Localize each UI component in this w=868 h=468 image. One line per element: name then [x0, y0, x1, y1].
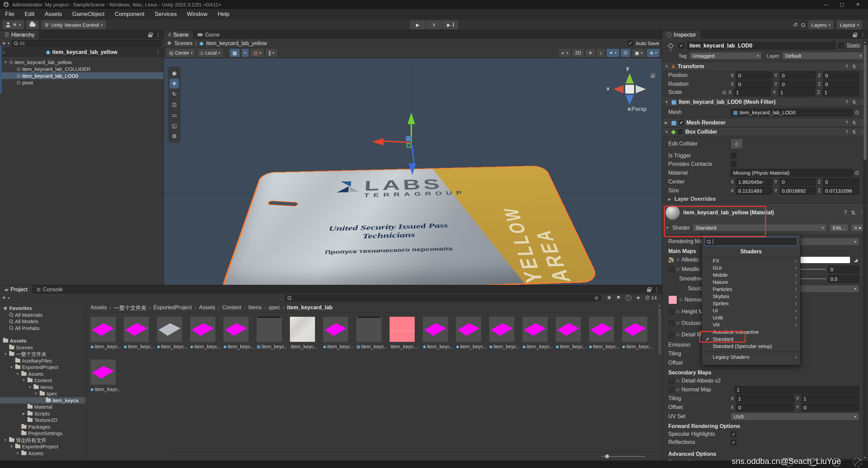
project-tree-row[interactable]: ProjectSettings: [0, 430, 85, 437]
layer-dropdown[interactable]: Default▾: [782, 52, 865, 60]
grid-snap-toggle[interactable]: ▦: [230, 49, 240, 57]
preset-icon[interactable]: ⇅: [851, 210, 855, 216]
menu-item[interactable]: Assets: [40, 9, 67, 19]
chevron-down-icon[interactable]: ▾: [8, 41, 9, 45]
detail-mask-thumbnail[interactable]: [668, 332, 674, 338]
is-trigger-checkbox[interactable]: [731, 153, 736, 158]
tool-button[interactable]: [170, 79, 179, 89]
gizmo-center-cube[interactable]: [625, 85, 634, 94]
tiling-x-field[interactable]: 1: [736, 395, 794, 403]
audio-toggle[interactable]: ♪: [597, 49, 605, 57]
center-y-field[interactable]: 0: [780, 178, 816, 186]
offset-x-field[interactable]: 0: [736, 404, 794, 411]
kebab-menu-icon[interactable]: ⋮: [654, 287, 659, 293]
breadcrumb-item[interactable]: › 一整个文件夹: [110, 304, 146, 312]
kebab-menu-icon[interactable]: ⋮: [860, 32, 865, 38]
favorites-icon[interactable]: [636, 295, 640, 301]
arrow-open-icon[interactable]: [3, 60, 7, 64]
project-tree-row[interactable]: Assets: [0, 337, 85, 344]
shader-menu-item[interactable]: ✔ Skybox ›: [702, 293, 800, 300]
shader-menu-item[interactable]: ✔ Autodesk Interactive ›: [702, 328, 800, 335]
maximize-button[interactable]: ▢: [840, 2, 844, 7]
tool-button[interactable]: [170, 100, 179, 110]
asset-item[interactable]: item_keyc...: [522, 317, 548, 349]
occlusion-thumbnail[interactable]: [668, 320, 674, 326]
enabled-checkbox[interactable]: [678, 129, 683, 134]
project-tree-row[interactable]: item_keyca: [0, 397, 85, 404]
search-by-label-icon[interactable]: ⚑: [616, 295, 620, 301]
center-z-field[interactable]: 0: [823, 178, 859, 186]
asset-item[interactable]: item_keyc...: [556, 317, 581, 349]
menu-item[interactable]: Component: [110, 9, 150, 19]
shader-menu-item[interactable]: ✔ Particles ›: [702, 286, 800, 293]
asset-item[interactable]: item_keyc...: [223, 317, 249, 349]
shader-menu-item[interactable]: ✔ Mobile ›: [702, 271, 800, 278]
shader-menu-item[interactable]: ✔ GUI ›: [702, 264, 800, 271]
free-move-handle[interactable]: [406, 136, 411, 141]
hierarchy-row[interactable]: pivot: [0, 79, 163, 86]
breadcrumb-item[interactable]: › Assets: [91, 305, 107, 311]
link-scale-icon[interactable]: ⊘: [722, 89, 726, 96]
size-x-field[interactable]: 0.1131483: [736, 187, 772, 195]
asset-item[interactable]: item_keyc...: [589, 317, 614, 349]
project-tree-row[interactable]: 一整个文件夹: [0, 351, 85, 357]
mesh-filter-header[interactable]: ▼ Item_keycard_lab_LOD0 (Mesh Filter) ?⇅…: [662, 97, 868, 106]
arrow-open-icon[interactable]: [16, 451, 20, 455]
x-axis-cone[interactable]: [613, 85, 624, 93]
rotation-z-field[interactable]: 0: [823, 80, 859, 88]
size-z-field[interactable]: 0.07131096: [823, 187, 859, 195]
rotation-x-field[interactable]: 0: [736, 80, 772, 88]
account-button[interactable]: ✳ ▾: [3, 20, 24, 29]
secondary-normal-thumbnail[interactable]: [668, 387, 674, 393]
tiling-y-field[interactable]: 1: [801, 395, 859, 403]
static-checkbox[interactable]: [838, 43, 844, 48]
breadcrumb-item[interactable]: › ExportedProject: [149, 305, 192, 311]
gizmo-visibility-dropdown[interactable]: ⊕▾: [647, 49, 659, 57]
lighting-toggle[interactable]: ☀: [586, 49, 595, 57]
tab-game[interactable]: Game: [193, 31, 224, 39]
mesh-object-field[interactable]: item_keycard_lab_LOD0: [731, 109, 853, 116]
expand-search-icon[interactable]: ⊞: [595, 295, 598, 300]
shader-menu-item[interactable]: ✔ FX ›: [702, 257, 800, 264]
position-x-field[interactable]: 0: [736, 72, 772, 79]
inspector-scrollbar[interactable]: ▲ ▼: [863, 40, 867, 460]
unlock-icon[interactable]: [651, 75, 655, 78]
shader-dropdown[interactable]: Standard▾: [693, 224, 827, 232]
asset-item[interactable]: item_keyc...: [323, 317, 348, 349]
asset-item[interactable]: item_keyc...: [124, 317, 149, 349]
shader-menu-item[interactable]: ✔ UI ›: [702, 307, 800, 314]
cloud-button[interactable]: [26, 20, 39, 29]
arrow-open-icon[interactable]: [9, 365, 14, 369]
center-x-field[interactable]: 1.862645e-: [736, 178, 772, 186]
edit-shader-button[interactable]: Edit...: [829, 224, 848, 232]
layer-overrides-row[interactable]: ▶Layer Overrides: [662, 195, 868, 203]
position-y-field[interactable]: 0: [780, 72, 816, 79]
grid-scrollbar[interactable]: [658, 314, 662, 355]
effects-toggle[interactable]: ✦▾: [607, 49, 619, 57]
asset-item[interactable]: item_keyc...: [423, 317, 448, 349]
tool-button[interactable]: [170, 89, 179, 99]
arrow-open-icon[interactable]: [0, 339, 1, 343]
height-map-thumbnail[interactable]: [668, 309, 674, 315]
scale-z-field[interactable]: 1: [822, 89, 859, 96]
mesh-renderer-header[interactable]: ▶ ✓ Mesh Renderer ?⇅⋮: [662, 118, 868, 127]
step-button[interactable]: ▶: [442, 20, 458, 29]
arrow-open-icon[interactable]: [28, 385, 32, 389]
breadcrumb-item[interactable]: › Content: [218, 305, 241, 311]
menu-item[interactable]: File: [0, 9, 19, 19]
tab-inspector[interactable]: i Inspector: [662, 31, 701, 39]
preset-list-button[interactable]: ≡▾: [851, 224, 865, 232]
shader-menu-item[interactable]: ✔ Sprites ›: [702, 300, 800, 307]
metallic-field[interactable]: 0: [828, 266, 859, 273]
space-mode-dropdown[interactable]: ◇Local▾: [197, 49, 223, 57]
tool-button[interactable]: [170, 68, 179, 78]
project-tree-row[interactable]: Packages: [0, 424, 85, 430]
arrow-open-icon[interactable]: [3, 438, 7, 442]
scale-y-field[interactable]: 1: [778, 89, 815, 96]
object-picker-icon[interactable]: ⊙: [855, 170, 859, 176]
hierarchy-row[interactable]: item_keycard_lab_COLLIDER: [0, 65, 163, 72]
lock-icon[interactable]: [148, 34, 152, 37]
play-button[interactable]: ▶: [410, 20, 426, 29]
close-button[interactable]: ✕: [856, 2, 860, 7]
project-tree-row[interactable]: ExportedProject: [0, 443, 85, 450]
